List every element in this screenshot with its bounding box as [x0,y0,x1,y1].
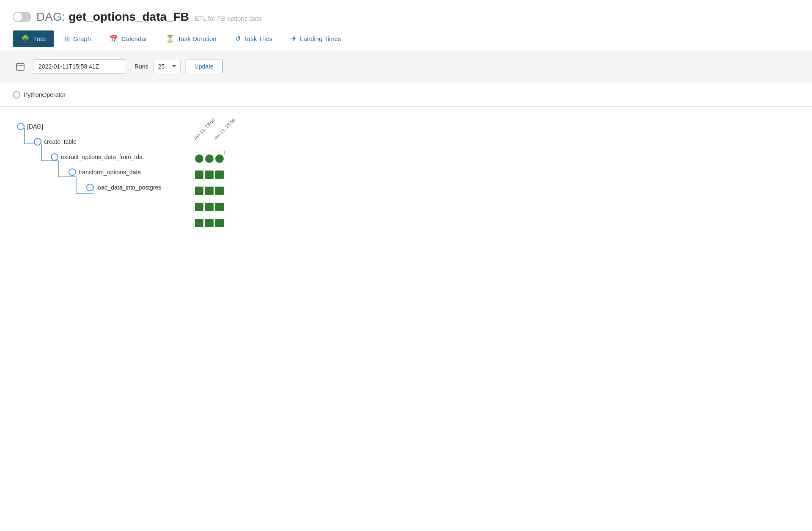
node-circle-dag [17,123,25,130]
tree-node-transform[interactable]: transform_options_data [69,168,161,176]
tab-calendar[interactable]: 📅 Calendar [101,30,156,47]
node-circle-transform [69,168,76,176]
gantt-cell-ct-1 [205,171,214,179]
legend-circle-python [13,91,20,99]
svg-rect-0 [16,63,24,70]
node-label-extract: extract_options_data_from_tda [61,154,143,160]
tab-graph[interactable]: ⊞ Graph [56,30,99,47]
gantt-cell-dag-0 [195,154,203,163]
gantt-cell-dag-2 [215,154,224,163]
tab-task-duration-label: Task Duration [178,35,217,42]
tab-task-tries-label: Task Tries [244,35,273,42]
gantt-row-extract [195,187,225,195]
node-label-create-table: create_table [44,138,77,145]
runs-select[interactable]: 25 50 100 [154,60,181,73]
tree-panel: [DAG] create_table extract_options_data_… [17,123,161,227]
gantt-bracket [195,151,225,154]
tab-landing-times-label: Landing Times [300,35,341,42]
node-circle-create-table [34,138,41,146]
gantt-chart: Jan 11, 23:00 Jan 11, 23:58 [195,123,225,227]
gantt-cell-tr-2 [215,203,224,211]
gantt-row-create-table [195,171,225,179]
node-circle-extract [51,153,58,161]
graph-icon: ⊞ [64,35,70,43]
dag-name: get_options_data_FB [69,10,189,23]
node-label-load: load_data_into_postgres [96,184,161,191]
tab-landing-times[interactable]: ✈ Landing Times [283,30,350,47]
legend-label-python: PythonOperator [24,91,66,98]
dag-title: DAG: get_options_data_FB ETL for FB opti… [36,10,262,24]
tab-task-tries[interactable]: ↺ Task Tries [227,30,281,47]
node-circle-load [86,184,94,191]
gantt-row-transform [195,203,225,211]
gantt-cell-load-2 [215,219,224,227]
node-label-transform: transform_options_data [79,169,141,176]
legend-area: PythonOperator [0,83,812,103]
gantt-cell-ext-2 [215,187,224,195]
gantt-cell-ct-0 [195,171,203,179]
calendar-picker-icon[interactable] [13,59,28,74]
dag-subtitle: ETL for FB options data [195,15,262,22]
tab-calendar-label: Calendar [121,35,147,42]
tab-tree[interactable]: 🌳 Tree [13,30,54,47]
dag-toggle[interactable] [13,12,31,22]
gantt-row-load [195,219,225,227]
tree-icon: 🌳 [21,35,30,43]
gantt-bracket-area: Jan 11, 23:00 Jan 11, 23:58 [195,149,225,154]
gantt-cell-load-0 [195,219,203,227]
gantt-cell-ext-1 [205,187,214,195]
gantt-cell-ct-2 [215,171,224,179]
page-header: DAG: get_options_data_FB ETL for FB opti… [0,0,812,30]
gantt-label-col1: Jan 11, 23:58 [213,117,236,141]
toolbar: Runs 25 50 100 Update [0,50,812,83]
tree-node-dag[interactable]: [DAG] [17,123,161,130]
gantt-headers: Jan 11, 23:00 Jan 11, 23:58 [195,123,225,154]
gantt-cell-tr-0 [195,203,203,211]
tree-node-load[interactable]: load_data_into_postgres [86,184,161,191]
gantt-cell-load-1 [205,219,214,227]
gantt-cell-ext-0 [195,187,203,195]
tab-graph-label: Graph [73,35,91,42]
date-input[interactable] [33,59,126,74]
tab-tree-label: Tree [33,35,46,42]
gantt-row-dag [195,154,225,163]
tree-node-create-table[interactable]: create_table [34,138,161,146]
gantt-cell-dag-1 [205,154,214,163]
calendar-icon: 📅 [110,35,118,43]
dag-prefix: DAG: [36,10,65,23]
section-divider [0,106,812,107]
task-tries-icon: ↺ [235,35,241,43]
runs-label: Runs [134,63,148,70]
node-label-dag: [DAG] [27,123,43,130]
tree-node-extract[interactable]: extract_options_data_from_tda [51,153,161,161]
update-button[interactable]: Update [186,60,222,73]
landing-times-icon: ✈ [291,35,296,43]
gantt-cell-tr-1 [205,203,214,211]
task-duration-icon: ⏳ [166,35,174,43]
bracket-top [195,153,224,153]
gantt-rows [195,154,225,227]
tree-gantt-area: [DAG] create_table extract_options_data_… [0,110,812,240]
tab-task-duration[interactable]: ⏳ Task Duration [157,30,225,47]
bracket-right [224,151,225,154]
nav-tabs: 🌳 Tree ⊞ Graph 📅 Calendar ⏳ Task Duratio… [0,30,812,47]
